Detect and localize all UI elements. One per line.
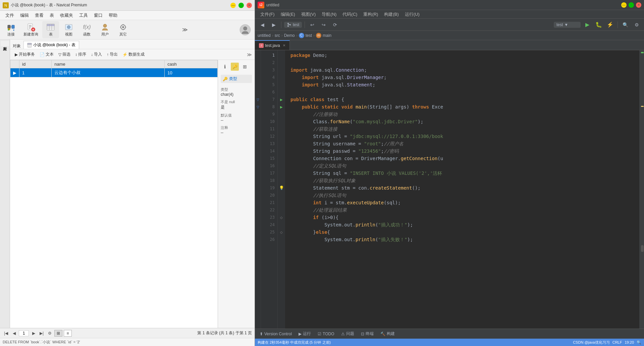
cell-cash[interactable]: 10 — [165, 68, 218, 77]
table-container[interactable]: id name cash ▶ 1 云边有个小叔 10 — [10, 60, 218, 328]
line-num-13: 13 — [261, 140, 277, 147]
close-button[interactable]: ✕ — [247, 3, 252, 8]
line-num-4: 4 — [261, 74, 277, 81]
terminal-button[interactable]: ⊡ 终端 — [359, 330, 376, 337]
tab-test-java[interactable]: J test.java ✕ — [255, 40, 290, 50]
page-input[interactable] — [19, 330, 29, 336]
menu-edit[interactable]: 编辑 — [17, 12, 32, 19]
toolbar-more-button[interactable]: ≫ — [181, 25, 189, 34]
idea-sync-button[interactable]: ⟳ — [330, 20, 340, 29]
idea-undo-button[interactable]: ↩ — [308, 20, 317, 29]
idea-back-button[interactable]: ◀ — [258, 20, 267, 29]
idea-menu-run[interactable]: 运行(U) — [402, 11, 422, 18]
table-button[interactable]: 表 — [42, 21, 59, 38]
breadcrumb-project[interactable]: untitled — [258, 33, 271, 38]
idea-menu-build[interactable]: 构建(B) — [381, 11, 401, 18]
idea-menu-file[interactable]: 文件(F) — [258, 11, 277, 18]
other-button[interactable]: 其它 — [115, 21, 131, 38]
idea-menu-edit[interactable]: 编辑(E) — [278, 11, 298, 18]
fold-open-8[interactable]: ▽ — [255, 103, 261, 111]
build-panel-button[interactable]: 🔨 构建 — [378, 330, 397, 337]
debug-button[interactable]: 🐛 — [594, 20, 603, 29]
run-config-selector[interactable]: test ▼ — [554, 22, 581, 28]
nav-prev-button[interactable]: ◀ — [11, 330, 17, 337]
scroll-thumb[interactable] — [641, 245, 644, 252]
nav-first-button[interactable]: |◀ — [3, 330, 9, 337]
navicat-main: 对象 小说 @book (book) - 表 ▶ 开始事务 📄 文本 — [10, 40, 255, 328]
idea-search-button[interactable]: 🔍 — [621, 20, 630, 29]
idea-minimize-button[interactable]: — — [621, 2, 627, 8]
menu-favorites[interactable]: 收藏夹 — [57, 12, 76, 19]
cell-name[interactable]: 云边有个小叔 — [52, 68, 165, 77]
column-name[interactable]: name — [52, 60, 165, 68]
text-button[interactable]: 📄 文本 — [38, 51, 56, 58]
list-view-button[interactable]: ≡ — [64, 330, 72, 337]
fold-open-7[interactable]: ▽ — [255, 96, 261, 103]
maximize-button[interactable]: □ — [238, 3, 244, 8]
right-scrollbar[interactable] — [639, 50, 644, 329]
run-button[interactable]: ▶ — [583, 20, 592, 29]
info-icon[interactable]: ℹ — [221, 63, 229, 71]
breadcrumb-demo[interactable]: Demo — [284, 33, 295, 38]
minimize-button[interactable]: — — [230, 3, 236, 8]
menu-file[interactable]: 文件 — [3, 12, 17, 19]
menu-view[interactable]: 查看 — [32, 12, 46, 19]
table-tab-xiaoshuo[interactable]: 小说 @book (book) - 表 — [23, 41, 79, 49]
key-icon[interactable]: 🔑 — [231, 63, 239, 71]
menu-help[interactable]: 帮助 — [106, 12, 120, 19]
scroll-success-marker — [641, 52, 644, 53]
grid-icon[interactable]: ⊞ — [241, 63, 249, 71]
id-label: 类型 — [229, 76, 237, 82]
sidebar-tab-objects[interactable]: 对象 — [1, 41, 9, 46]
user-button[interactable]: 用户 — [97, 21, 113, 38]
problems-button[interactable]: ⚠ 问题 — [339, 330, 356, 337]
view-button[interactable]: 视图 — [60, 21, 77, 38]
todo-button[interactable]: ☑ TODO — [316, 331, 336, 337]
export-button[interactable]: ↑ 导出 — [105, 51, 120, 58]
idea-maximize-button[interactable]: □ — [629, 2, 634, 8]
breadcrumb-method[interactable]: main — [323, 33, 331, 38]
code-area[interactable]: package Demo; import java.sql.Connection… — [285, 50, 639, 329]
table-row[interactable]: ▶ 1 云边有个小叔 10 — [10, 68, 218, 77]
nav-next-button[interactable]: ▶ — [30, 330, 37, 337]
class-icon: C — [299, 33, 304, 38]
nav-settings-button[interactable]: ⚙ — [46, 330, 53, 337]
fold-gutter: ▽ ▽ — [255, 50, 261, 329]
sort-button[interactable]: ↕ 排序 — [73, 51, 88, 58]
run-panel-button[interactable]: ▶ 运行 — [297, 330, 313, 337]
action-more-button[interactable]: ≫ — [247, 52, 252, 57]
idea-forward-button[interactable]: ▶ — [269, 20, 278, 29]
menu-window[interactable]: 窗口 — [91, 12, 105, 19]
cell-id[interactable]: 1 — [19, 68, 52, 77]
menu-table[interactable]: 表 — [47, 12, 57, 19]
search-icon[interactable]: 🔍 — [637, 340, 641, 345]
filter-button[interactable]: ▽ 筛选 — [56, 51, 72, 58]
column-id[interactable]: id — [19, 60, 52, 68]
tab-close-button[interactable]: ✕ — [283, 44, 285, 47]
idea-menu-navigate[interactable]: 导航(N) — [319, 11, 339, 18]
code-line-5: import java.sql.Statement; — [290, 81, 639, 88]
code-line-8: public static void main(String[] args) t… — [290, 103, 639, 111]
connect-button[interactable]: ▼ 连接 — [3, 21, 19, 38]
svg-rect-3 — [12, 25, 14, 28]
branch-selector[interactable]: test — [284, 22, 302, 28]
idea-close-button[interactable]: ✕ — [636, 2, 641, 8]
profile-button[interactable]: ⚡ — [605, 20, 615, 29]
generate-data-button[interactable]: ⚡ 数据生成 — [120, 51, 147, 58]
version-control-button[interactable]: ⬆ Version Control — [258, 331, 294, 337]
breadcrumb-src[interactable]: src — [275, 33, 280, 38]
breadcrumb-class[interactable]: test — [306, 33, 312, 38]
nav-last-button[interactable]: ▶| — [38, 330, 45, 337]
column-cash[interactable]: cash — [165, 60, 218, 68]
idea-menu-refactor[interactable]: 重构(R) — [361, 11, 381, 18]
idea-menu-view[interactable]: 视图(V) — [299, 11, 318, 18]
idea-settings-button[interactable]: ⚙ — [632, 20, 641, 29]
start-transaction-button[interactable]: ▶ 开始事务 — [13, 51, 37, 58]
new-query-button[interactable]: + 新建查询 — [21, 21, 41, 38]
idea-redo-button[interactable]: ↪ — [319, 20, 328, 29]
menu-tools[interactable]: 工具 — [76, 12, 91, 19]
function-button[interactable]: f(x) 函数 — [78, 21, 95, 38]
import-button[interactable]: ↓ 导入 — [89, 51, 104, 58]
table-view-button[interactable]: ⊞ — [54, 330, 62, 337]
idea-menu-code[interactable]: 代码(C) — [340, 11, 360, 18]
